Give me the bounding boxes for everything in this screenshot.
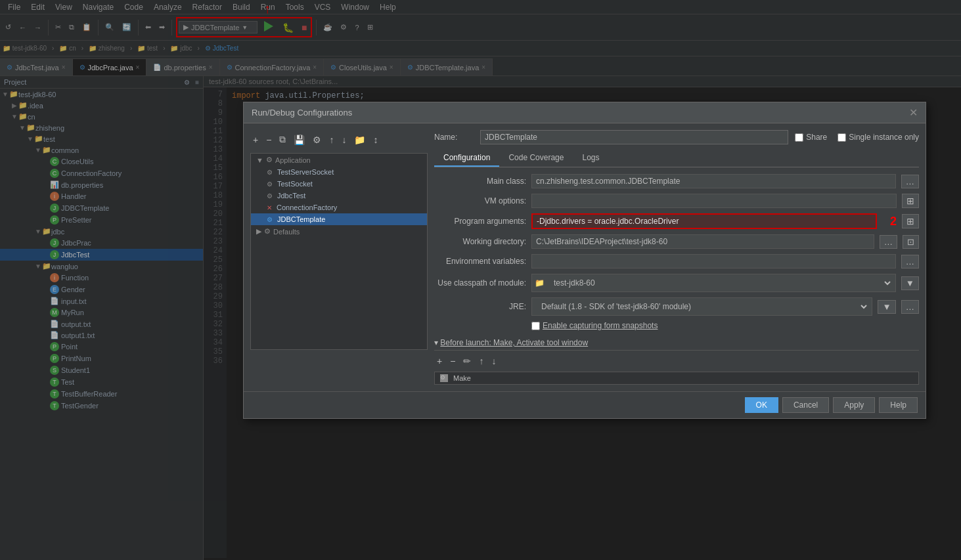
snapshots-checkbox[interactable] xyxy=(531,322,540,330)
vm-options-label: VM options: xyxy=(434,196,526,205)
main-class-row: Main class: … xyxy=(434,174,919,188)
launch-make-item: ⚙ Make xyxy=(434,372,919,385)
env-vars-input[interactable] xyxy=(531,254,896,269)
dialog-body: + − ⧉ 💾 ⚙ ↑ ↓ 📁 ↕ ▼ ⚙ Application xyxy=(244,123,926,391)
share-label: Share xyxy=(806,133,827,142)
dialog-title-bar: Run/Debug Configurations ✕ xyxy=(244,102,926,123)
main-class-label: Main class: xyxy=(434,177,526,186)
classpath-dropdown[interactable]: ▼ xyxy=(901,276,919,290)
classpath-row: Use classpath of module: 📁 test-jdk8-60 … xyxy=(434,274,919,292)
make-label: Make xyxy=(453,374,471,382)
before-launch-expand: ▾ xyxy=(434,338,440,347)
move-up-button[interactable]: ↑ xyxy=(326,133,336,146)
jre-label: JRE: xyxy=(434,302,526,311)
ok-button[interactable]: OK xyxy=(745,397,778,413)
dialog-footer: OK Cancel Apply Help xyxy=(244,391,926,418)
apply-button[interactable]: Apply xyxy=(833,397,875,413)
save-config-button[interactable]: 💾 xyxy=(291,133,307,146)
defaults-label: Defaults xyxy=(273,228,300,236)
working-dir-input[interactable] xyxy=(531,234,874,249)
tab-configuration[interactable]: Configuration xyxy=(434,150,499,167)
tab-logs[interactable]: Logs xyxy=(573,150,608,167)
working-dir-browse[interactable]: … xyxy=(880,235,897,249)
working-dir-clear[interactable]: ⊡ xyxy=(903,235,919,249)
share-checkbox-item: Share xyxy=(795,133,827,142)
classpath-select[interactable]: test-jdk8-60 xyxy=(547,276,893,290)
before-launch-header: ▾ Before launch: Make, Activate tool win… xyxy=(434,338,919,351)
dialog-overlay: Run/Debug Configurations ✕ + − ⧉ 💾 ⚙ ↑ ↓… xyxy=(0,0,961,560)
jdbctest-config-icon: ⚙ xyxy=(267,192,273,200)
config-tree: ▼ ⚙ Application ⚙ TestServerSocket ⚙ Tes… xyxy=(250,153,428,350)
program-args-expand[interactable]: ⊞ xyxy=(902,214,919,228)
snapshots-checkbox-item: Enable capturing form snapshots xyxy=(531,321,658,330)
before-launch-title: Before launch: Make, Activate tool windo… xyxy=(440,338,588,347)
folder-button[interactable]: 📁 xyxy=(351,133,368,146)
jre-browse[interactable]: … xyxy=(901,300,919,314)
config-jdbctest[interactable]: ⚙ JdbcTest xyxy=(251,190,427,202)
application-section: ▼ ⚙ Application xyxy=(251,154,427,166)
vm-options-input[interactable] xyxy=(531,194,897,208)
classpath-module-icon: 📁 xyxy=(535,278,545,288)
share-checkbox[interactable] xyxy=(795,133,803,142)
expand-defaults: ▶ xyxy=(256,227,261,236)
jdbctemplate-config-icon: ⚙ xyxy=(267,216,273,223)
config-tabs: Configuration Code Coverage Logs xyxy=(434,150,919,167)
name-input[interactable] xyxy=(480,130,788,144)
name-row: Name: Share Single instance only xyxy=(434,130,919,144)
connectionfactory-config-label: ConnectionFactory xyxy=(277,204,337,211)
working-dir-row: Working directory: … ⊡ xyxy=(434,234,919,249)
snapshots-row: Enable capturing form snapshots xyxy=(434,321,919,330)
launch-down-button[interactable]: ↓ xyxy=(489,355,499,368)
tab-code-coverage[interactable]: Code Coverage xyxy=(499,150,573,167)
sort-button[interactable]: ↕ xyxy=(370,133,380,146)
main-class-input[interactable] xyxy=(531,174,896,188)
dialog-close-button[interactable]: ✕ xyxy=(909,106,918,119)
config-jdbctemplate[interactable]: ⚙ JDBCTemplate xyxy=(251,213,427,225)
single-instance-checkbox-item: Single instance only xyxy=(838,133,919,142)
help-button[interactable]: Help xyxy=(879,397,918,413)
jdbctemplate-config-label: JDBCTemplate xyxy=(277,215,325,223)
single-instance-checkbox[interactable] xyxy=(838,133,846,142)
run-debug-dialog: Run/Debug Configurations ✕ + − ⧉ 💾 ⚙ ↑ ↓… xyxy=(243,102,926,419)
vm-options-row: VM options: ⊞ xyxy=(434,194,919,208)
testsocket-label: TestSocket xyxy=(277,180,313,188)
env-vars-browse[interactable]: … xyxy=(901,255,919,269)
dialog-left-panel: + − ⧉ 💾 ⚙ ↑ ↓ 📁 ↕ ▼ ⚙ Application xyxy=(250,130,428,385)
config-toolbar: + − ⧉ 💾 ⚙ ↑ ↓ 📁 ↕ xyxy=(250,130,428,149)
snapshots-label: Enable capturing form snapshots xyxy=(543,321,658,330)
share-row: Share Single instance only xyxy=(795,133,919,142)
copy-config-button[interactable]: ⧉ xyxy=(277,133,288,146)
defaults-icon: ⚙ xyxy=(264,227,271,236)
program-args-row: Program arguments: 2 ⊞ xyxy=(434,213,919,229)
defaults-section: ▶ ⚙ Defaults xyxy=(251,225,427,238)
program-args-input[interactable] xyxy=(531,213,877,229)
connectionfactory-config-icon: ✕ xyxy=(267,204,272,211)
make-icon: ⚙ xyxy=(440,374,448,382)
launch-add-button[interactable]: + xyxy=(434,355,445,368)
cancel-button[interactable]: Cancel xyxy=(782,397,829,413)
jre-select[interactable]: Default (1.8 - SDK of 'test-jdk8-60' mod… xyxy=(535,299,869,314)
jre-dropdown[interactable]: ▼ xyxy=(878,300,895,314)
vm-expand-button[interactable]: ⊞ xyxy=(902,194,919,208)
dialog-title-text: Run/Debug Configurations xyxy=(252,108,352,118)
config-testsocket[interactable]: ⚙ TestSocket xyxy=(251,178,427,190)
launch-edit-button[interactable]: ✏ xyxy=(460,355,474,368)
env-vars-row: Environment variables: … xyxy=(434,254,919,269)
jre-row: JRE: Default (1.8 - SDK of 'test-jdk8-60… xyxy=(434,297,919,316)
main-class-browse[interactable]: … xyxy=(901,175,919,188)
launch-toolbar: + − ✏ ↑ ↓ xyxy=(434,355,919,368)
env-vars-label: Environment variables: xyxy=(434,257,526,266)
application-label: Application xyxy=(275,156,311,164)
config-testserversocket[interactable]: ⚙ TestServerSocket xyxy=(251,166,427,178)
move-down-button[interactable]: ↓ xyxy=(339,133,349,146)
application-icon: ⚙ xyxy=(266,156,273,164)
config-connectionfactory[interactable]: ✕ ConnectionFactory xyxy=(251,202,427,213)
launch-up-button[interactable]: ↑ xyxy=(476,355,486,368)
single-instance-label: Single instance only xyxy=(849,133,919,142)
dialog-right-panel: Name: Share Single instance only xyxy=(434,130,919,385)
share-template-button[interactable]: ⚙ xyxy=(310,133,324,146)
jdbctest-config-label: JdbcTest xyxy=(277,192,305,200)
remove-config-button[interactable]: − xyxy=(263,133,274,146)
launch-remove-button[interactable]: − xyxy=(447,355,458,368)
add-config-button[interactable]: + xyxy=(250,133,261,146)
